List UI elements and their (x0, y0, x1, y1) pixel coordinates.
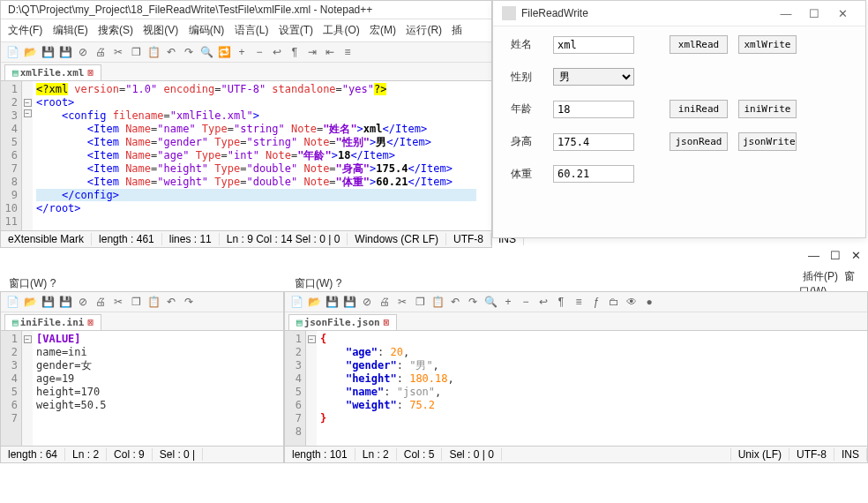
input-weight[interactable] (553, 165, 634, 183)
bg-minimize-icon[interactable]: — (808, 249, 819, 262)
input-age[interactable] (553, 101, 634, 118)
redo-icon[interactable]: ↷ (181, 294, 197, 310)
menu-language[interactable]: 语言(L) (231, 21, 273, 40)
ini-status-ln: Ln : 2 (65, 448, 107, 461)
xml-code[interactable]: <?xml version="1.0" encoding="UTF-8" sta… (33, 81, 491, 230)
menu-plugins[interactable]: 插 (448, 21, 466, 40)
xmlwrite-button[interactable]: xmlWrite (738, 35, 797, 54)
zoom-in-icon[interactable]: + (500, 294, 516, 310)
xmlread-button[interactable]: xmlRead (670, 35, 728, 54)
chars-icon[interactable]: ¶ (287, 44, 303, 60)
cut-icon[interactable]: ✂ (110, 44, 126, 60)
zoom-out-icon[interactable]: − (251, 44, 267, 60)
save-icon[interactable]: 💾 (40, 294, 56, 310)
cut-icon[interactable]: ✂ (394, 294, 410, 310)
bg-close-icon[interactable]: ✕ (851, 249, 861, 262)
label-weight: 体重 (511, 167, 553, 182)
open-icon[interactable]: 📂 (22, 294, 38, 310)
tab-xmlfile[interactable]: ▤xmlFile.xml⊠ (4, 64, 101, 80)
close-icon[interactable]: ⊘ (359, 294, 375, 310)
tab-close-icon[interactable]: ⊠ (87, 67, 94, 79)
json-code[interactable]: { "age": 20, "gender": "男", "height": 18… (317, 331, 867, 446)
record-icon[interactable]: ● (641, 294, 657, 310)
saveall-icon[interactable]: 💾 (341, 294, 357, 310)
save-icon[interactable]: 💾 (324, 294, 340, 310)
close-icon[interactable]: ⊘ (75, 294, 91, 310)
input-height[interactable] (553, 133, 634, 151)
saveall-icon[interactable]: 💾 (57, 44, 73, 60)
redo-icon[interactable]: ↷ (465, 294, 481, 310)
monitor-icon[interactable]: 👁 (624, 294, 640, 310)
tab-close-icon[interactable]: ⊠ (384, 317, 390, 328)
tab-inifile[interactable]: ▤iniFile.ini⊠ (4, 314, 101, 330)
copy-icon[interactable]: ❐ (128, 44, 144, 60)
paste-icon[interactable]: 📋 (146, 294, 161, 310)
left-window-menu[interactable]: 窗口(W) ? (4, 274, 61, 293)
json-editor[interactable]: 12345678 − { "age": 20, "gender": "男", "… (285, 331, 867, 446)
close-icon[interactable]: ✕ (828, 7, 857, 20)
paste-icon[interactable]: 📋 (430, 294, 445, 310)
xml-editor[interactable]: 1234567891011 −− <?xml version="1.0" enc… (1, 81, 491, 230)
menu-run[interactable]: 运行(R) (402, 21, 445, 40)
copy-icon[interactable]: ❐ (412, 294, 428, 310)
tab-close-icon[interactable]: ⊠ (87, 317, 94, 328)
open-icon[interactable]: 📂 (22, 44, 38, 60)
funcs-icon[interactable]: ƒ (588, 294, 604, 310)
copy-icon[interactable]: ❐ (128, 294, 144, 310)
print-icon[interactable]: 🖨 (93, 44, 108, 60)
outdent-icon[interactable]: ⇤ (322, 44, 338, 60)
list-icon[interactable]: ≡ (340, 44, 355, 60)
select-gender[interactable]: 男 (553, 68, 634, 86)
menu-macro[interactable]: 宏(M) (366, 21, 400, 40)
cut-icon[interactable]: ✂ (110, 294, 126, 310)
jsonread-button[interactable]: jsonRead (670, 132, 728, 151)
menu-encoding[interactable]: 编码(N) (185, 21, 228, 40)
bg-maximize-icon[interactable]: ☐ (830, 249, 841, 262)
menu-search[interactable]: 搜索(S) (94, 21, 137, 40)
maximize-icon[interactable]: ☐ (800, 7, 828, 20)
minimize-icon[interactable]: — (772, 7, 800, 20)
paste-icon[interactable]: 📋 (146, 44, 161, 60)
print-icon[interactable]: 🖨 (93, 294, 108, 310)
menu-edit[interactable]: 编辑(E) (49, 21, 92, 40)
window-title: D:\QT\Project\my_Project\18_FileReadWrit… (1, 1, 491, 19)
find-icon[interactable]: 🔍 (483, 294, 498, 310)
jsonwrite-button[interactable]: jsonWrite (738, 132, 797, 151)
new-icon[interactable]: 📄 (288, 294, 304, 310)
ini-editor[interactable]: 1234567 − [VALUE] name=ini gender=女 age=… (1, 331, 283, 446)
save-icon[interactable]: 💾 (40, 44, 56, 60)
redo-icon[interactable]: ↷ (181, 44, 197, 60)
wrap-icon[interactable]: ↩ (269, 44, 285, 60)
tab-jsonfile[interactable]: ▤jsonFile.json⊠ (288, 314, 397, 330)
zoom-out-icon[interactable]: − (518, 294, 534, 310)
folder-icon[interactable]: 🗀 (606, 294, 622, 310)
new-icon[interactable]: 📄 (4, 294, 20, 310)
menu-settings[interactable]: 设置(T) (275, 21, 317, 40)
print-icon[interactable]: 🖨 (377, 294, 393, 310)
saveall-icon[interactable]: 💾 (57, 294, 73, 310)
undo-icon[interactable]: ↶ (447, 294, 463, 310)
right-window-menu[interactable]: 窗口(W) ? (289, 274, 347, 293)
iniread-button[interactable]: iniRead (670, 100, 728, 118)
undo-icon[interactable]: ↶ (163, 44, 179, 60)
close-icon[interactable]: ⊘ (75, 44, 91, 60)
chars-icon[interactable]: ¶ (553, 294, 569, 310)
replace-icon[interactable]: 🔁 (216, 44, 232, 60)
iniwrite-button[interactable]: iniWrite (738, 100, 797, 118)
fold-column[interactable]: −− (22, 81, 33, 230)
ini-code[interactable]: [VALUE] name=ini gender=女 age=19 height=… (33, 331, 283, 446)
new-icon[interactable]: 📄 (4, 44, 20, 60)
undo-icon[interactable]: ↶ (163, 294, 179, 310)
menu-file[interactable]: 文件(F) (4, 21, 46, 40)
qt-titlebar: FileReadWrite — ☐ ✕ (493, 1, 865, 26)
list-icon[interactable]: ≡ (571, 294, 587, 310)
input-name[interactable] (553, 36, 634, 54)
menu-view[interactable]: 视图(V) (139, 21, 182, 40)
menu-tools[interactable]: 工具(O) (319, 21, 363, 40)
find-icon[interactable]: 🔍 (198, 44, 214, 60)
open-icon[interactable]: 📂 (306, 294, 322, 310)
wrap-icon[interactable]: ↩ (535, 294, 551, 310)
indent-icon[interactable]: ⇥ (304, 44, 320, 60)
bg-menu-plugins[interactable]: 插件(P) (803, 270, 838, 282)
zoom-in-icon[interactable]: + (234, 44, 250, 60)
